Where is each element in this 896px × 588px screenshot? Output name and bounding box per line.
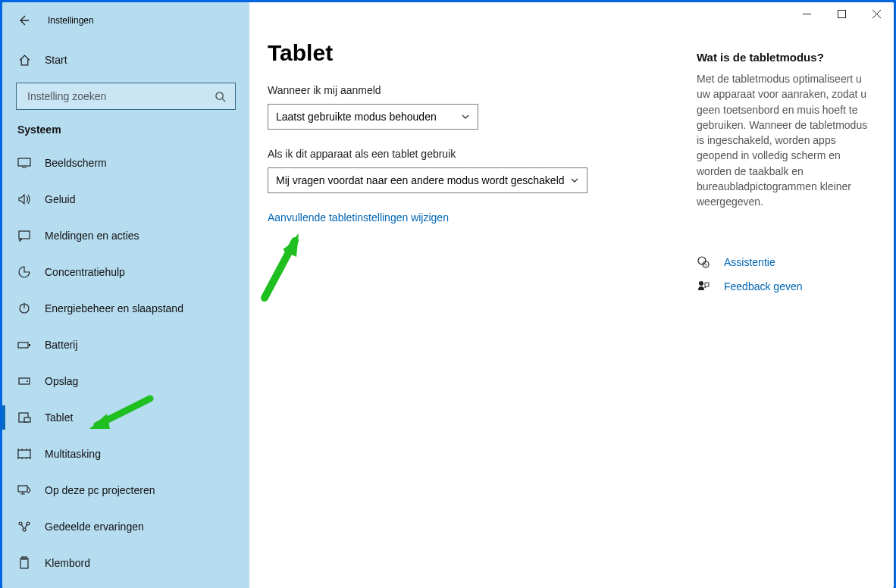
sidebar-item-multitasking[interactable]: Multitasking xyxy=(2,436,249,472)
sidebar-home[interactable]: Start xyxy=(2,42,249,78)
titlebar-controls xyxy=(789,2,894,28)
select-as-tablet[interactable]: Mij vragen voordat naar een andere modus… xyxy=(268,167,587,193)
sidebar-item-batterij[interactable]: Batterij xyxy=(2,327,249,363)
sidebar-item-geluid[interactable]: Geluid xyxy=(2,181,249,217)
support-list: ? Assistentie Feedback geven xyxy=(697,255,871,293)
sidebar-item-label: Concentratiehulp xyxy=(45,266,125,278)
sidebar-item-opslag[interactable]: Opslag xyxy=(2,363,249,399)
sidebar-item-energiebeheer[interactable]: Energiebeheer en slaapstand xyxy=(2,290,249,327)
titlebar-left: Instellingen xyxy=(2,5,249,36)
search-box[interactable] xyxy=(16,83,236,110)
chevron-down-icon xyxy=(461,112,470,121)
sidebar-item-gedeelde-ervaringen[interactable]: Gedeelde ervaringen xyxy=(2,508,249,545)
sidebar-item-label: Geluid xyxy=(45,193,75,205)
svg-point-14 xyxy=(23,528,26,531)
tablet-icon xyxy=(17,411,31,424)
setting-when-signin-label: Wanneer ik mij aanmeld xyxy=(268,84,674,96)
sidebar-item-label: Batterij xyxy=(45,339,78,351)
svg-rect-10 xyxy=(18,450,30,458)
svg-rect-1 xyxy=(18,158,30,166)
sidebar-item-label: Beeldscherm xyxy=(45,157,107,169)
svg-point-21 xyxy=(699,281,703,286)
svg-rect-4 xyxy=(18,342,28,348)
sidebar-item-label: Tablet xyxy=(45,411,73,424)
sidebar-home-label: Start xyxy=(45,54,67,66)
svg-point-13 xyxy=(27,522,30,525)
sidebar-nav-list: Beeldscherm Geluid Meldingen en acties C… xyxy=(2,145,249,581)
sidebar-item-label: Multitasking xyxy=(45,448,101,460)
svg-rect-2 xyxy=(19,231,30,239)
svg-rect-17 xyxy=(838,10,845,17)
setting-as-tablet-label: Als ik dit apparaat als een tablet gebru… xyxy=(268,148,674,160)
storage-icon xyxy=(17,374,31,388)
feedback-icon xyxy=(697,280,710,293)
multitasking-icon xyxy=(17,447,31,461)
svg-rect-11 xyxy=(18,486,27,492)
notifications-icon xyxy=(17,229,31,242)
close-button[interactable] xyxy=(859,2,894,25)
sidebar-item-label: Opslag xyxy=(45,375,78,387)
select-value: Mij vragen voordat naar een andere modus… xyxy=(276,174,565,186)
home-icon xyxy=(17,53,31,67)
svg-rect-5 xyxy=(29,344,30,346)
svg-rect-15 xyxy=(20,558,28,568)
project-icon xyxy=(17,483,31,497)
sidebar-category: Systeem xyxy=(2,110,249,145)
sound-icon xyxy=(17,192,31,206)
chevron-down-icon xyxy=(570,176,579,185)
search-icon xyxy=(215,91,226,102)
settings-window: Instellingen Start Systeem Beeldscherm xyxy=(2,2,894,588)
sidebar-item-concentratiehulp[interactable]: Concentratiehulp xyxy=(2,254,249,290)
sidebar-item-label: Gedeelde ervaringen xyxy=(45,521,144,533)
help-icon: ? xyxy=(697,255,710,269)
info-title: Wat is de tabletmodus? xyxy=(697,51,871,64)
minimize-button[interactable] xyxy=(789,2,824,25)
support-feedback[interactable]: Feedback geven xyxy=(697,280,871,293)
sidebar-item-label: Meldingen en acties xyxy=(45,230,139,242)
battery-icon xyxy=(17,338,31,352)
display-icon xyxy=(17,156,31,170)
sidebar: Instellingen Start Systeem Beeldscherm xyxy=(2,2,249,588)
sidebar-item-label: Op deze pc projecteren xyxy=(45,484,155,496)
svg-point-7 xyxy=(27,380,28,382)
info-column: Wat is de tabletmodus? Met de tabletmodu… xyxy=(697,2,894,588)
support-feedback-label: Feedback geven xyxy=(724,280,803,292)
sidebar-item-projecteren[interactable]: Op deze pc projecteren xyxy=(2,472,249,508)
support-help-label: Assistentie xyxy=(724,256,775,268)
sidebar-item-beeldscherm[interactable]: Beeldscherm xyxy=(2,145,249,181)
sidebar-item-label: Energiebeheer en slaapstand xyxy=(45,302,183,314)
info-text: Met de tabletmodus optimaliseert u uw ap… xyxy=(697,71,871,210)
main-column: Tablet Wanneer ik mij aanmeld Laatst geb… xyxy=(249,2,674,588)
shared-icon xyxy=(17,520,31,533)
select-when-signin[interactable]: Laatst gebruikte modus behouden xyxy=(268,104,478,130)
sidebar-item-tablet[interactable]: Tablet xyxy=(2,399,249,436)
select-value: Laatst gebruikte modus behouden xyxy=(276,111,437,123)
search-input[interactable] xyxy=(26,89,215,103)
link-additional-tablet-settings[interactable]: Aanvullende tabletinstellingen wijzigen xyxy=(268,211,449,224)
search-wrap xyxy=(2,78,249,110)
power-icon xyxy=(17,302,31,315)
sidebar-item-klembord[interactable]: Klembord xyxy=(2,545,249,581)
svg-point-12 xyxy=(19,522,22,525)
sidebar-item-label: Klembord xyxy=(45,557,90,569)
support-help[interactable]: ? Assistentie xyxy=(697,255,871,269)
svg-point-0 xyxy=(216,92,223,99)
content-area: Tablet Wanneer ik mij aanmeld Laatst geb… xyxy=(249,2,894,588)
focus-icon xyxy=(17,265,31,279)
clipboard-icon xyxy=(17,556,31,570)
svg-rect-9 xyxy=(24,418,30,422)
maximize-button[interactable] xyxy=(824,2,859,25)
window-title: Instellingen xyxy=(48,15,94,26)
back-icon[interactable] xyxy=(17,14,30,27)
page-title: Tablet xyxy=(268,40,674,66)
sidebar-item-meldingen[interactable]: Meldingen en acties xyxy=(2,217,249,254)
